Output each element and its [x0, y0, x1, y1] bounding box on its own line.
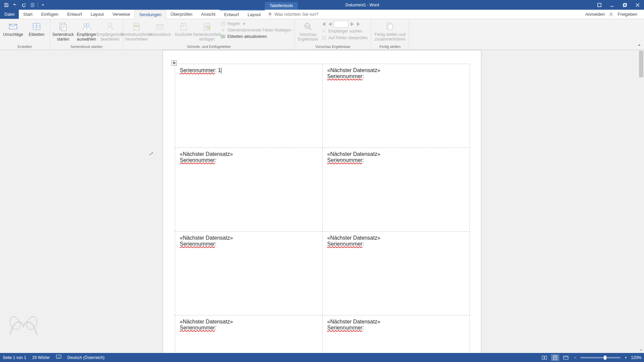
restore-button[interactable] [619, 0, 631, 10]
status-bar: Seite 1 von 1 29 Wörter Deutsch (Österre… [0, 353, 644, 362]
finish-merge-button: Fertig stellen und zusammenführen [373, 20, 407, 42]
labels-table[interactable]: Seriennummer: 1 «Nächster Datensatz» Ser… [175, 64, 470, 353]
serien-label: Seriennummer [327, 325, 363, 330]
tab-layout[interactable]: Layout [86, 10, 108, 19]
svg-rect-0 [5, 3, 7, 4]
labels-button[interactable]: Etiketten [25, 20, 48, 37]
update-labels-label: Etiketten aktualisieren [227, 34, 267, 39]
label-cell[interactable]: «Nächster Datensatz» Seriennummer: [175, 232, 323, 315]
tab-file[interactable]: Datei [0, 10, 19, 19]
tab-review[interactable]: Überprüfen [166, 10, 197, 19]
svg-point-9 [610, 12, 612, 14]
serien-label: Seriennummer [180, 157, 215, 163]
svg-text:ABC: ABC [305, 24, 310, 28]
insert-merge-field-button: Seriendruckfeld einfügen [196, 20, 218, 42]
zoom-slider-handle[interactable] [604, 356, 606, 360]
label-cell[interactable]: «Nächster Datensatz» Seriennummer: [175, 315, 323, 353]
word-count[interactable]: 29 Wörter [32, 355, 50, 360]
label-cell[interactable]: «Nächster Datensatz» Seriennummer: [175, 148, 323, 232]
print-layout-button[interactable] [551, 354, 559, 361]
document-workspace[interactable]: ✥ ⤢ Seriennummer: 1 «Nächster Datensatz»… [0, 50, 644, 353]
web-layout-button[interactable] [562, 354, 570, 361]
scroll-thumb[interactable] [639, 51, 643, 77]
signin-link[interactable]: Anmelden [583, 12, 607, 17]
close-button[interactable] [631, 0, 644, 10]
lightbulb-icon [268, 12, 272, 17]
serien-label: Seriennummer [180, 325, 215, 330]
zoom-in-button[interactable]: + [623, 355, 628, 360]
undo-button[interactable] [11, 1, 19, 9]
zoom-level[interactable]: 120% [631, 355, 641, 360]
label-cell[interactable]: «Nächster Datensatz» Seriennummer: [322, 315, 470, 353]
collapse-ribbon-button[interactable] [637, 42, 641, 48]
last-record-button [356, 21, 362, 27]
page-indicator[interactable]: Seite 1 von 1 [3, 355, 26, 360]
tab-references[interactable]: Verweise [108, 10, 135, 19]
insert-merge-field-label: Seriendruckfeld einfügen [193, 33, 221, 42]
document-title: Dokument1 - Word [345, 3, 379, 7]
label-cell[interactable]: «Nächster Datensatz» Seriennummer: [322, 148, 470, 232]
redo-button[interactable] [19, 1, 28, 9]
check-errors-button: Auf Fehler überprüfen [320, 35, 369, 41]
touch-mode-button[interactable] [28, 1, 37, 9]
envelopes-button[interactable]: Umschläge [2, 20, 24, 37]
ribbon-tabs: Datei Start Einfügen Entwurf Layout Verw… [0, 10, 644, 19]
tab-table-design[interactable]: Entwurf [220, 10, 243, 19]
select-recipients-button[interactable]: Empfänger auswählen [75, 20, 98, 42]
next-record-field: «Nächster Datensatz» [180, 151, 318, 157]
match-fields-button: Übereinstimmende Felder festlegen [219, 27, 292, 33]
minimize-button[interactable] [606, 0, 619, 10]
tab-start[interactable]: Start [19, 10, 37, 19]
margin-cursor-icon: ⤢ [149, 151, 153, 156]
rules-label: Regeln [227, 21, 240, 26]
rules-icon [221, 21, 225, 26]
tab-design[interactable]: Entwurf [63, 10, 86, 19]
tab-insert[interactable]: Einfügen [37, 10, 63, 19]
save-button[interactable] [2, 1, 11, 9]
address-block-icon [155, 21, 165, 32]
highlight-fields-label: Seriendruckfelder hervorheben [121, 33, 152, 42]
read-mode-button[interactable] [540, 354, 548, 361]
group-start-merge-label: Seriendruck starten [52, 44, 121, 50]
start-mail-merge-button[interactable]: Seriendruck starten [52, 20, 74, 42]
svg-rect-21 [135, 25, 138, 26]
zoom-out-button[interactable]: − [573, 355, 578, 360]
tell-me-input[interactable] [274, 12, 348, 17]
qat-customize-button[interactable] [39, 1, 47, 9]
vertical-scrollbar[interactable] [638, 50, 644, 353]
tab-mailings[interactable]: Sendungen [135, 10, 166, 19]
spellcheck-button[interactable] [56, 355, 61, 360]
edit-list-icon [105, 21, 115, 32]
tab-table-layout[interactable]: Layout [243, 10, 265, 19]
svg-rect-42 [545, 356, 547, 359]
next-record-button [349, 21, 355, 27]
finish-icon [385, 21, 395, 32]
ribbon-display-options-button[interactable] [593, 0, 606, 10]
language-indicator[interactable]: Deutsch (Österreich) [67, 355, 105, 360]
label-cell[interactable]: Seriennummer: 1 [175, 64, 323, 148]
next-record-field: «Nächster Datensatz» [327, 67, 465, 73]
svg-rect-1 [5, 5, 8, 6]
text-cursor [221, 68, 221, 74]
greeting-icon [178, 21, 189, 32]
label-cell[interactable]: «Nächster Datensatz» Seriennummer: [322, 64, 470, 148]
greeting-line-label: Grußzeile [175, 33, 192, 37]
label-cell[interactable]: «Nächster Datensatz» Seriennummer: [322, 232, 470, 315]
page[interactable]: ✥ ⤢ Seriennummer: 1 «Nächster Datensatz»… [163, 50, 481, 353]
record-number-input[interactable] [334, 21, 348, 27]
share-button[interactable]: Freigeben [615, 12, 639, 17]
envelopes-label: Umschläge [3, 33, 23, 37]
tell-me-box[interactable] [265, 10, 351, 19]
serien-label: Seriennummer [327, 73, 363, 79]
tab-view[interactable]: Ansicht [197, 10, 220, 19]
preview-results-label: Vorschau Ergebnisse [297, 33, 319, 42]
edit-recipient-list-label: Empfängerliste bearbeiten [97, 33, 123, 42]
next-record-field: «Nächster Datensatz» [327, 319, 465, 325]
svg-point-18 [87, 24, 89, 26]
ribbon: Umschläge Etiketten Erstellen Seriendruc… [0, 19, 644, 50]
search-icon [322, 29, 326, 34]
greeting-line-button: Grußzeile [172, 20, 195, 37]
scroll-down-button[interactable] [638, 347, 644, 353]
zoom-slider[interactable] [580, 357, 621, 358]
update-labels-button[interactable]: Etiketten aktualisieren [219, 34, 292, 40]
